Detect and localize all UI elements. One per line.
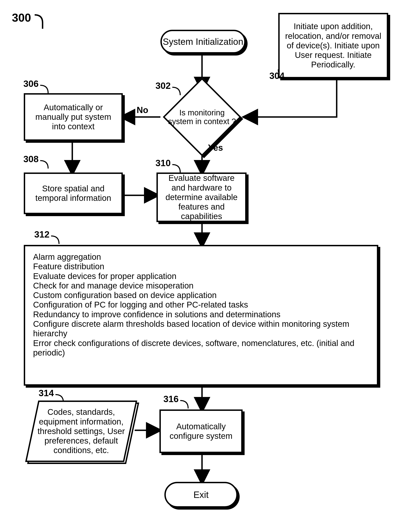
process-310-text: Evaluate software and hardware to determ… xyxy=(162,173,241,221)
ref-310: 310 xyxy=(155,158,171,168)
ref-314: 314 xyxy=(39,388,54,398)
n312-line-2: Evaluate devices for proper application xyxy=(33,271,369,281)
n312-line-4: Custom configuration based on device app… xyxy=(33,291,369,300)
decision-302-text: Is monitoring system in context ? xyxy=(166,108,238,126)
terminator-exit: Exit xyxy=(164,482,238,508)
ref-302: 302 xyxy=(155,80,171,91)
decision-302: Is monitoring system in context ? xyxy=(174,89,230,145)
process-316: Automatically configure system xyxy=(160,409,243,453)
n312-line-7: Configure discrete alarm thresholds base… xyxy=(33,319,369,338)
exit-label: Exit xyxy=(194,489,209,500)
process-304: Initiate upon addition, relocation, and/… xyxy=(278,13,388,78)
process-306: Automatically or manually put system int… xyxy=(24,93,123,141)
flowchart-canvas: 300 xyxy=(0,0,406,532)
process-308-text: Store spatial and temporal information xyxy=(29,184,117,203)
n312-line-5: Configuration of PC for logging and othe… xyxy=(33,300,369,309)
ref-308: 308 xyxy=(23,154,39,164)
process-310: Evaluate software and hardware to determ… xyxy=(156,172,246,222)
ref-306: 306 xyxy=(23,78,39,89)
edge-label-yes: Yes xyxy=(208,143,223,153)
n312-line-0: Alarm aggregation xyxy=(33,252,369,262)
process-306-text: Automatically or manually put system int… xyxy=(29,103,117,131)
n312-line-1: Feature distribution xyxy=(33,262,369,271)
terminator-start: System Initialization xyxy=(160,30,246,53)
ref-312: 312 xyxy=(34,229,50,240)
ref-304: 304 xyxy=(269,70,285,81)
n312-line-6: Redundancy to improve confidence in solu… xyxy=(33,310,369,319)
n312-line-8: Error check configurations of discrete d… xyxy=(33,338,369,358)
edge-label-no: No xyxy=(137,105,148,115)
process-312: Alarm aggregation Feature distribution E… xyxy=(24,245,378,386)
data-314: Codes, standards, equipment information,… xyxy=(28,401,135,462)
process-304-text: Initiate upon addition, relocation, and/… xyxy=(284,22,383,69)
start-label: System Initialization xyxy=(163,36,243,47)
ref-316: 316 xyxy=(163,394,179,404)
data-314-text: Codes, standards, equipment information,… xyxy=(28,407,135,455)
n312-line-3: Check for and manage device misoperation xyxy=(33,281,369,291)
process-308: Store spatial and temporal information xyxy=(24,172,123,214)
process-316-text: Automatically configure system xyxy=(165,422,237,441)
figure-ref: 300 xyxy=(12,11,31,24)
